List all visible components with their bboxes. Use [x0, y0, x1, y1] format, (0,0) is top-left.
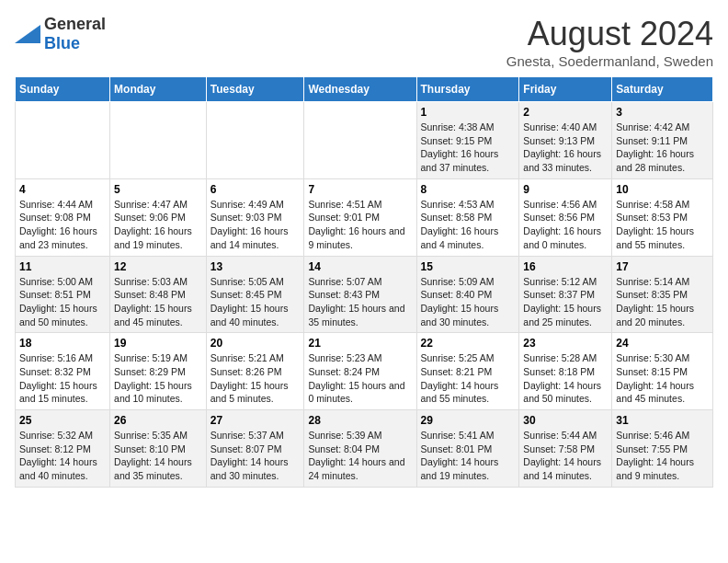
calendar-cell: 19Sunrise: 5:19 AM Sunset: 8:29 PM Dayli…: [110, 333, 207, 410]
day-number: 10: [616, 183, 709, 196]
month-title: August 2024: [506, 15, 713, 53]
day-number: 1: [421, 106, 516, 119]
day-content: Sunrise: 5:46 AM Sunset: 7:55 PM Dayligh…: [616, 429, 709, 483]
logo-icon: [15, 25, 40, 43]
day-content: Sunrise: 5:39 AM Sunset: 8:04 PM Dayligh…: [308, 429, 412, 483]
day-number: 8: [421, 183, 516, 196]
week-row-2: 4Sunrise: 4:44 AM Sunset: 9:08 PM Daylig…: [16, 178, 713, 256]
day-content: Sunrise: 4:42 AM Sunset: 9:11 PM Dayligh…: [616, 121, 709, 175]
day-number: 20: [210, 337, 301, 350]
calendar-table: SundayMondayTuesdayWednesdayThursdayFrid…: [15, 76, 713, 488]
header-day-wednesday: Wednesday: [304, 77, 416, 102]
day-number: 12: [114, 260, 202, 273]
day-number: 7: [308, 183, 412, 196]
header-day-monday: Monday: [110, 77, 207, 102]
day-content: Sunrise: 5:19 AM Sunset: 8:29 PM Dayligh…: [114, 351, 202, 406]
day-number: 14: [308, 260, 412, 273]
day-content: Sunrise: 5:21 AM Sunset: 8:26 PM Dayligh…: [210, 351, 301, 406]
day-content: Sunrise: 4:47 AM Sunset: 9:06 PM Dayligh…: [114, 198, 202, 252]
day-number: 18: [19, 337, 106, 350]
calendar-cell: 16Sunrise: 5:12 AM Sunset: 8:37 PM Dayli…: [519, 256, 612, 333]
calendar-cell: 26Sunrise: 5:35 AM Sunset: 8:10 PM Dayli…: [110, 410, 207, 488]
day-number: 30: [523, 414, 608, 427]
week-row-1: 1Sunrise: 4:38 AM Sunset: 9:15 PM Daylig…: [16, 102, 713, 179]
day-content: Sunrise: 4:51 AM Sunset: 9:01 PM Dayligh…: [308, 198, 412, 252]
day-content: Sunrise: 5:32 AM Sunset: 8:12 PM Dayligh…: [19, 429, 106, 483]
day-content: Sunrise: 4:44 AM Sunset: 9:08 PM Dayligh…: [19, 198, 106, 252]
calendar-cell: 22Sunrise: 5:25 AM Sunset: 8:21 PM Dayli…: [416, 333, 519, 410]
calendar-cell: 25Sunrise: 5:32 AM Sunset: 8:12 PM Dayli…: [16, 410, 110, 488]
logo-general: General: [44, 15, 106, 33]
calendar-cell: 29Sunrise: 5:41 AM Sunset: 8:01 PM Dayli…: [416, 410, 519, 488]
day-content: Sunrise: 5:12 AM Sunset: 8:37 PM Dayligh…: [523, 275, 608, 329]
day-content: Sunrise: 4:49 AM Sunset: 9:03 PM Dayligh…: [210, 198, 301, 252]
calendar-cell: 21Sunrise: 5:23 AM Sunset: 8:24 PM Dayli…: [304, 333, 416, 410]
day-number: 23: [523, 337, 608, 350]
day-number: 3: [616, 106, 709, 119]
day-content: Sunrise: 5:23 AM Sunset: 8:24 PM Dayligh…: [308, 351, 412, 406]
day-number: 15: [421, 260, 516, 273]
calendar-cell: 9Sunrise: 4:56 AM Sunset: 8:56 PM Daylig…: [519, 178, 612, 256]
calendar-cell: 3Sunrise: 4:42 AM Sunset: 9:11 PM Daylig…: [612, 102, 713, 179]
calendar-cell: 28Sunrise: 5:39 AM Sunset: 8:04 PM Dayli…: [304, 410, 416, 488]
calendar-cell: 1Sunrise: 4:38 AM Sunset: 9:15 PM Daylig…: [416, 102, 519, 179]
calendar-cell: 24Sunrise: 5:30 AM Sunset: 8:15 PM Dayli…: [612, 333, 713, 410]
day-number: 26: [114, 414, 202, 427]
calendar-cell: 4Sunrise: 4:44 AM Sunset: 9:08 PM Daylig…: [16, 178, 110, 256]
day-number: 13: [210, 260, 301, 273]
day-content: Sunrise: 5:00 AM Sunset: 8:51 PM Dayligh…: [19, 275, 106, 329]
calendar-cell: 5Sunrise: 4:47 AM Sunset: 9:06 PM Daylig…: [110, 178, 207, 256]
calendar-cell: 13Sunrise: 5:05 AM Sunset: 8:45 PM Dayli…: [206, 256, 304, 333]
calendar-header: SundayMondayTuesdayWednesdayThursdayFrid…: [16, 77, 713, 102]
week-row-4: 18Sunrise: 5:16 AM Sunset: 8:32 PM Dayli…: [16, 333, 713, 410]
day-number: 9: [523, 183, 608, 196]
day-number: 6: [210, 183, 301, 196]
calendar-cell: 15Sunrise: 5:09 AM Sunset: 8:40 PM Dayli…: [416, 256, 519, 333]
calendar-cell: 20Sunrise: 5:21 AM Sunset: 8:26 PM Dayli…: [206, 333, 304, 410]
day-content: Sunrise: 4:56 AM Sunset: 8:56 PM Dayligh…: [523, 198, 608, 252]
calendar-body: 1Sunrise: 4:38 AM Sunset: 9:15 PM Daylig…: [16, 102, 713, 488]
title-block: August 2024 Gnesta, Soedermanland, Swede…: [506, 15, 713, 69]
day-content: Sunrise: 5:03 AM Sunset: 8:48 PM Dayligh…: [114, 275, 202, 329]
calendar-cell: 11Sunrise: 5:00 AM Sunset: 8:51 PM Dayli…: [16, 256, 110, 333]
day-number: 29: [421, 414, 516, 427]
calendar-cell: [304, 102, 416, 179]
calendar-cell: 27Sunrise: 5:37 AM Sunset: 8:07 PM Dayli…: [206, 410, 304, 488]
day-number: 22: [421, 337, 516, 350]
header-row: SundayMondayTuesdayWednesdayThursdayFrid…: [16, 77, 713, 102]
header-day-sunday: Sunday: [16, 77, 110, 102]
header-day-saturday: Saturday: [612, 77, 713, 102]
day-number: 5: [114, 183, 202, 196]
day-content: Sunrise: 5:37 AM Sunset: 8:07 PM Dayligh…: [210, 429, 301, 483]
day-content: Sunrise: 5:25 AM Sunset: 8:21 PM Dayligh…: [421, 351, 516, 406]
day-content: Sunrise: 5:05 AM Sunset: 8:45 PM Dayligh…: [210, 275, 301, 329]
day-content: Sunrise: 5:16 AM Sunset: 8:32 PM Dayligh…: [19, 351, 106, 406]
logo: General Blue: [15, 15, 106, 53]
day-number: 27: [210, 414, 301, 427]
calendar-cell: 10Sunrise: 4:58 AM Sunset: 8:53 PM Dayli…: [612, 178, 713, 256]
day-content: Sunrise: 4:40 AM Sunset: 9:13 PM Dayligh…: [523, 121, 608, 175]
calendar-cell: 30Sunrise: 5:44 AM Sunset: 7:58 PM Dayli…: [519, 410, 612, 488]
week-row-3: 11Sunrise: 5:00 AM Sunset: 8:51 PM Dayli…: [16, 256, 713, 333]
calendar-cell: 17Sunrise: 5:14 AM Sunset: 8:35 PM Dayli…: [612, 256, 713, 333]
day-content: Sunrise: 5:28 AM Sunset: 8:18 PM Dayligh…: [523, 351, 608, 406]
header-day-thursday: Thursday: [416, 77, 519, 102]
day-number: 16: [523, 260, 608, 273]
calendar-cell: 12Sunrise: 5:03 AM Sunset: 8:48 PM Dayli…: [110, 256, 207, 333]
day-content: Sunrise: 5:41 AM Sunset: 8:01 PM Dayligh…: [421, 429, 516, 483]
location-subtitle: Gnesta, Soedermanland, Sweden: [506, 53, 713, 69]
calendar-cell: [110, 102, 207, 179]
day-number: 31: [616, 414, 709, 427]
day-content: Sunrise: 4:38 AM Sunset: 9:15 PM Dayligh…: [421, 121, 516, 175]
day-number: 28: [308, 414, 412, 427]
day-number: 17: [616, 260, 709, 273]
calendar-cell: 23Sunrise: 5:28 AM Sunset: 8:18 PM Dayli…: [519, 333, 612, 410]
day-content: Sunrise: 5:07 AM Sunset: 8:43 PM Dayligh…: [308, 275, 412, 329]
day-number: 21: [308, 337, 412, 350]
week-row-5: 25Sunrise: 5:32 AM Sunset: 8:12 PM Dayli…: [16, 410, 713, 488]
calendar-cell: 7Sunrise: 4:51 AM Sunset: 9:01 PM Daylig…: [304, 178, 416, 256]
day-number: 4: [19, 183, 106, 196]
day-content: Sunrise: 5:14 AM Sunset: 8:35 PM Dayligh…: [616, 275, 709, 329]
calendar-cell: 2Sunrise: 4:40 AM Sunset: 9:13 PM Daylig…: [519, 102, 612, 179]
day-number: 19: [114, 337, 202, 350]
